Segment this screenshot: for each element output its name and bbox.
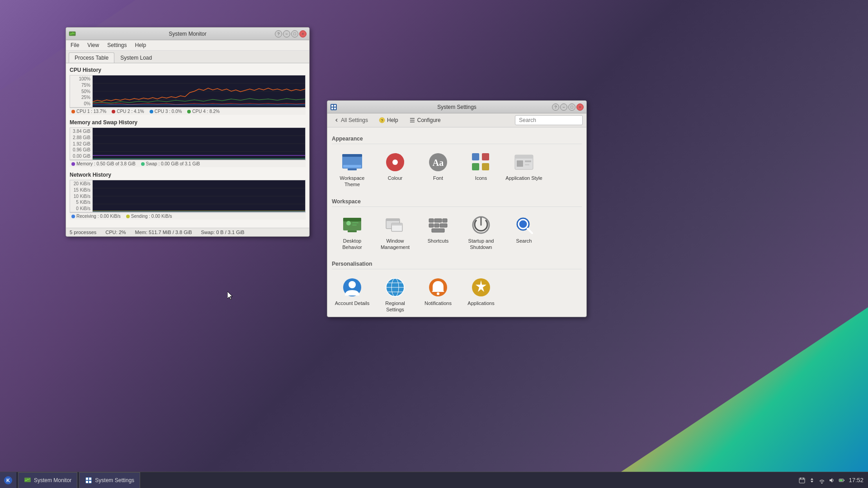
- sysmon-minimize-btn[interactable]: −: [283, 30, 290, 38]
- settings-item-regional[interactable]: Regional Settings: [375, 273, 415, 317]
- status-processes: 5 processes: [70, 230, 96, 235]
- svg-rect-14: [331, 105, 333, 107]
- menu-view[interactable]: View: [85, 41, 101, 49]
- tab-system-load[interactable]: System Load: [114, 52, 158, 63]
- workspace-section-title: Workspace: [332, 198, 582, 207]
- taskbar: K System Monitor System Settings: [0, 472, 868, 488]
- svg-point-70: [437, 292, 439, 295]
- memory-section: Memory and Swap History 3.84 GiB 2.88 Gi…: [70, 119, 306, 167]
- cpu-y0: 0%: [72, 101, 90, 106]
- settings-close-btn[interactable]: ×: [576, 103, 584, 111]
- help-label: Help: [387, 117, 398, 123]
- settings-help-titlebar-btn[interactable]: ?: [552, 103, 559, 111]
- svg-rect-92: [800, 478, 801, 479]
- sysmon-statusbar: 5 processes CPU: 2% Mem: 511.7 MiB / 3.8…: [66, 228, 309, 236]
- taskbar-tray: 17:52: [794, 477, 868, 483]
- settings-minimize-btn[interactable]: −: [560, 103, 567, 111]
- desktop-behavior-label: Desktop Behavior: [334, 238, 371, 251]
- taskbar-sysmon-label: System Monitor: [34, 477, 71, 483]
- taskbar-settings-item[interactable]: System Settings: [79, 472, 140, 488]
- colour-label: Colour: [388, 175, 402, 181]
- settings-item-shortcuts[interactable]: Shortcuts: [418, 211, 458, 254]
- cpu3-label: CPU 3 : 0.0%: [155, 109, 182, 114]
- workspace-theme-icon: [341, 151, 363, 173]
- mem-y288: 2.88 GiB: [72, 135, 90, 140]
- configure-icon: [409, 117, 415, 123]
- settings-item-app-style[interactable]: Application Style: [504, 148, 544, 192]
- svg-rect-26: [348, 169, 357, 170]
- cpu1-dot: [71, 110, 75, 113]
- settings-item-colour[interactable]: Colour: [375, 148, 415, 192]
- menu-help[interactable]: Help: [133, 41, 148, 49]
- sysmon-maximize-btn[interactable]: □: [291, 30, 298, 38]
- settings-item-desktop-behavior[interactable]: Desktop Behavior: [332, 211, 373, 254]
- network-canvas: [93, 180, 305, 212]
- cpu-canvas: [93, 75, 305, 107]
- settings-configure-btn[interactable]: Configure: [406, 116, 444, 125]
- svg-rect-38: [525, 160, 531, 162]
- svg-point-28: [392, 160, 398, 165]
- settings-item-icons[interactable]: Icons: [461, 148, 501, 192]
- system-settings-window: System Settings ? − □ × All Settings ? H…: [327, 100, 587, 317]
- settings-item-search[interactable]: Search: [504, 211, 544, 254]
- memory-canvas: [93, 128, 305, 160]
- sysmon-close-btn[interactable]: ×: [299, 30, 307, 38]
- settings-search-input[interactable]: [515, 115, 583, 125]
- cpu-y25: 25%: [72, 95, 90, 100]
- cpu4-legend: CPU 4 : 8.2%: [187, 109, 220, 114]
- svg-rect-98: [840, 479, 843, 481]
- settings-item-workspace-theme[interactable]: Workspace Theme: [332, 148, 373, 192]
- app-style-label: Application Style: [505, 175, 542, 181]
- search-settings-label: Search: [516, 238, 532, 244]
- settings-item-window-management[interactable]: Window Management: [375, 211, 415, 254]
- applications-label: Applications: [467, 300, 494, 306]
- settings-toolbar: All Settings ? Help Configure: [327, 113, 586, 127]
- back-to-all-settings[interactable]: All Settings: [331, 116, 372, 125]
- icons-label: Icons: [475, 175, 487, 181]
- menu-settings[interactable]: Settings: [105, 41, 128, 49]
- settings-help-btn[interactable]: ? Help: [375, 116, 402, 125]
- svg-rect-33: [472, 163, 479, 170]
- personalisation-section-title: Personalisation: [332, 261, 582, 269]
- taskbar-sysmon-item[interactable]: System Monitor: [18, 472, 77, 488]
- settings-window-buttons: ? − □ ×: [552, 103, 584, 111]
- network-chart-area: 20 KiB/s 15 KiB/s 10 KiB/s 5 KiB/s 0 KiB…: [70, 180, 306, 212]
- settings-content: All Settings ? Help Configure: [327, 113, 586, 317]
- personalisation-grid: Account Details Regional: [332, 273, 582, 317]
- net-y10: 10 KiB/s: [72, 194, 90, 199]
- network-tray-icon[interactable]: [819, 477, 825, 483]
- settings-item-applications[interactable]: Applications: [461, 273, 501, 317]
- settings-item-notifications[interactable]: Notifications: [418, 273, 458, 317]
- volume-icon[interactable]: [829, 477, 835, 483]
- account-details-icon: [341, 277, 363, 298]
- svg-rect-31: [472, 153, 479, 160]
- send-dot: [126, 215, 130, 218]
- shortcuts-icon: [427, 214, 449, 236]
- cpu2-legend: CPU 2 : 4.1%: [112, 109, 144, 114]
- svg-rect-86: [86, 478, 88, 480]
- svg-line-60: [528, 229, 532, 233]
- shortcuts-label: Shortcuts: [428, 238, 448, 244]
- menu-file[interactable]: File: [69, 41, 81, 49]
- svg-text:?: ?: [381, 118, 383, 123]
- status-mem: Mem: 511.7 MiB / 3.8 GiB: [135, 230, 192, 235]
- svg-point-62: [349, 281, 356, 288]
- calendar-icon[interactable]: [799, 477, 805, 483]
- sysmon-help-btn[interactable]: ?: [275, 30, 282, 38]
- settings-item-account-details[interactable]: Account Details: [332, 273, 373, 317]
- sysmon-menubar: File View Settings Help: [66, 40, 309, 51]
- tab-process-table[interactable]: Process Table: [69, 52, 114, 63]
- settings-item-startup-shutdown[interactable]: Startup and Shutdown: [461, 211, 501, 254]
- taskbar-settings-label: System Settings: [95, 477, 134, 483]
- settings-maximize-btn[interactable]: □: [568, 103, 576, 111]
- battery-icon[interactable]: [839, 477, 845, 483]
- cpu2-dot: [112, 110, 115, 113]
- svg-text:Aa: Aa: [433, 158, 443, 168]
- startup-shutdown-label: Startup and Shutdown: [462, 238, 500, 251]
- svg-rect-24: [342, 154, 362, 157]
- cpu-history-title: CPU History: [70, 67, 306, 73]
- taskbar-start-button[interactable]: K: [0, 472, 16, 488]
- arrow-up-down-icon[interactable]: [809, 477, 815, 483]
- settings-item-font[interactable]: Aa Font: [418, 148, 458, 192]
- cpu-history-section: CPU History 100% 75% 50% 25% 0%: [70, 67, 306, 115]
